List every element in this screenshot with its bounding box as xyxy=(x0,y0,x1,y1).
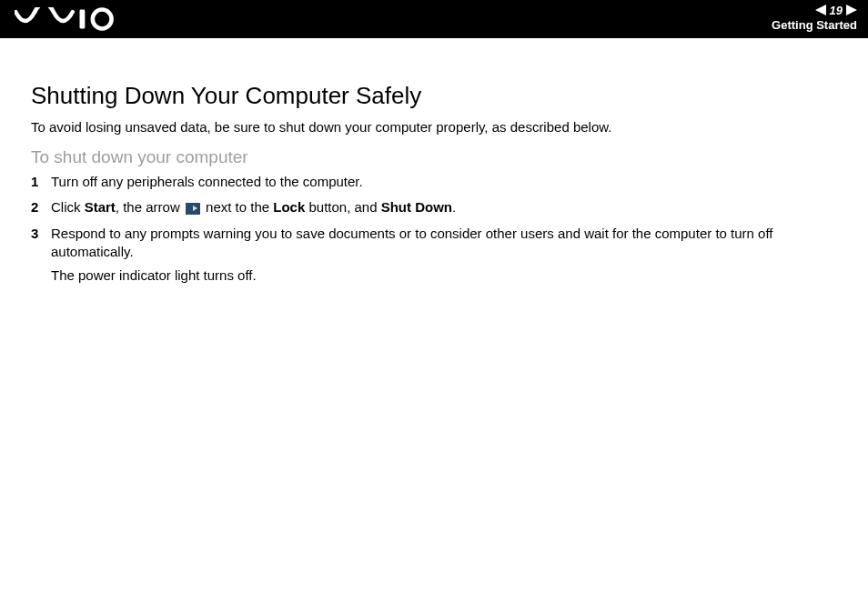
step-text: Turn off any peripherals connected to th… xyxy=(51,173,843,191)
vaio-logo xyxy=(15,5,121,33)
step-number: 3 xyxy=(31,225,51,286)
step-text: Click Start, the arrow next to the Lock … xyxy=(51,198,843,216)
intro-text: To avoid losing unsaved data, be sure to… xyxy=(31,119,843,135)
step-number: 2 xyxy=(31,198,51,216)
page-title: Shutting Down Your Computer Safely xyxy=(31,82,843,110)
next-page-icon[interactable] xyxy=(846,5,857,15)
header-nav: 19 n Getting Started xyxy=(772,2,857,32)
step-number: 1 xyxy=(31,173,51,191)
prev-page-icon[interactable] xyxy=(815,5,826,15)
list-item: 3 Respond to any prompts warning you to … xyxy=(31,225,843,286)
steps-list: 1 Turn off any peripherals connected to … xyxy=(31,173,843,285)
list-item: 1 Turn off any peripherals connected to … xyxy=(31,173,843,191)
list-item: 2 Click Start, the arrow next to the Loc… xyxy=(31,198,843,216)
page-number: 19 xyxy=(830,4,843,17)
subheading: To shut down your computer xyxy=(31,147,843,167)
page-content: Shutting Down Your Computer Safely To av… xyxy=(0,38,868,285)
svg-rect-0 xyxy=(80,10,86,29)
svg-point-1 xyxy=(93,10,112,29)
step-text: Respond to any prompts warning you to sa… xyxy=(51,225,843,286)
header-bar: 19 n Getting Started xyxy=(0,0,868,38)
section-title: Getting Started xyxy=(772,18,857,32)
arrow-button-icon xyxy=(186,203,200,215)
